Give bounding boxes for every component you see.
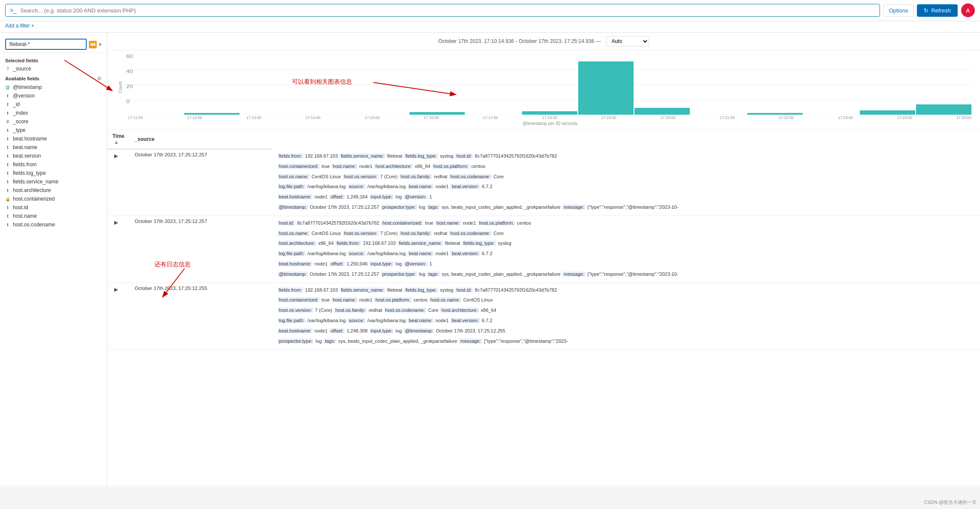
source-line: host.containerized: true host.name: node… [277, 296, 975, 305]
source-field-key: @timestamp: [278, 271, 308, 277]
field-name-label: host.architecture [13, 187, 51, 193]
chart-bar[interactable] [410, 112, 465, 115]
search-input-wrap[interactable]: >_ [5, 4, 880, 17]
table-row: ▶October 17th 2023, 17:25:12.257host.id:… [107, 216, 980, 283]
source-field-key: beat.version: [450, 184, 480, 189]
source-field-key: offset: [329, 261, 345, 266]
source-field-value: true [322, 164, 330, 169]
source-field-value: node1 [315, 328, 328, 333]
source-field-value: log [395, 328, 402, 333]
source-field-value: Core [493, 231, 504, 236]
source-field-value: {"type":"response","@timestamp":"2023-10… [587, 271, 678, 277]
chart-bar[interactable] [916, 104, 971, 115]
chart-x-tick: 17:18:00 [542, 116, 557, 120]
available-field-item[interactable]: tfields.service_name [0, 177, 107, 186]
refresh-button[interactable]: ↻ Refresh [917, 4, 958, 17]
time-cell: October 17th 2023, 17:25:12.257 [130, 216, 272, 283]
selected-fields-list: ?_source [0, 64, 107, 73]
add-filter-button[interactable]: Add a filter + [5, 23, 34, 29]
available-field-item[interactable]: thost.os.codename [0, 220, 107, 229]
chart-x-tick: 17:14:00 [306, 116, 321, 120]
available-field-item[interactable]: tfields.log_type [0, 169, 107, 177]
available-field-item[interactable]: tbeat.version [0, 152, 107, 160]
source-field-value: 192.168.67.103 [363, 241, 395, 246]
source-column-header[interactable]: _source [130, 130, 272, 149]
chart-bar[interactable] [522, 111, 577, 115]
chart-x-tick: 17:16:00 [424, 116, 439, 120]
source-field-key: host.os.name: [278, 174, 310, 179]
available-field-item[interactable]: thost.id [0, 203, 107, 212]
field-type-icon: t [5, 180, 10, 184]
source-field-key: beat.hostname: [278, 261, 313, 266]
source-field-key: prospector.type: [381, 204, 417, 210]
chart-bar[interactable] [860, 110, 915, 115]
source-field-key: input.type: [370, 261, 394, 266]
expand-button[interactable]: ▶ [112, 152, 120, 160]
time-column-header[interactable]: Time ▲ [107, 130, 130, 149]
source-field-key: host.architecture: [374, 164, 413, 169]
source-field-key: host.architecture: [440, 308, 479, 313]
available-field-item[interactable]: 🔒host.containerized [0, 195, 107, 203]
source-line: host.architecture: x86_64 fields.from: 1… [277, 239, 975, 248]
expand-button[interactable]: ▶ [112, 219, 120, 226]
field-type-icon: t [5, 111, 10, 116]
field-type-icon: t [5, 128, 10, 133]
source-field-key: host.id: [278, 220, 295, 226]
field-type-icon: 🔒 [5, 197, 10, 201]
available-field-item[interactable]: t_id [0, 100, 107, 109]
source-field-value: 7 (Core) [380, 174, 397, 179]
source-field-value: 1 [429, 261, 432, 266]
refresh-icon: ↻ [924, 7, 928, 14]
chart-bar[interactable] [747, 113, 803, 115]
source-line: host.os.name: CentOS Linux host.os.versi… [277, 229, 975, 238]
available-field-item[interactable]: tbeat.name [0, 143, 107, 152]
interval-select[interactable]: Auto 5 seconds 10 seconds 30 seconds 1 m… [606, 36, 649, 46]
source-cell: host.id: 8c7a87770143425792f1620c43d7b78… [272, 216, 980, 283]
chart-bar[interactable] [634, 108, 690, 115]
chart-bar[interactable] [184, 113, 240, 115]
source-field-key: host.containerized: [381, 220, 423, 226]
gear-icon[interactable]: ⚙ [97, 76, 102, 82]
chart-x-tick: 17:21:00 [719, 116, 734, 120]
field-type-icon: t [5, 145, 10, 150]
available-field-item[interactable]: #_score [0, 117, 107, 126]
available-field-item[interactable]: tbeat.hostname [0, 134, 107, 143]
source-field-key: host.os.platform: [478, 220, 515, 226]
source-field-value: true [425, 220, 433, 226]
source-field-key: host.os.codename: [449, 174, 492, 179]
avatar[interactable]: A [961, 3, 975, 17]
selected-field-item[interactable]: ?_source [0, 64, 107, 73]
source-field-key: source: [348, 318, 366, 323]
available-field-item[interactable]: tfields.from [0, 160, 107, 169]
chart-x-tick: 17:24:00 [897, 116, 912, 120]
field-type-icon: t [5, 102, 10, 107]
index-back-button[interactable]: ⏪ [88, 40, 97, 49]
expand-cell: ▶ [107, 216, 130, 283]
available-field-item[interactable]: thost.architecture [0, 186, 107, 195]
available-field-item[interactable]: thost.name [0, 212, 107, 220]
source-field-key: source: [348, 184, 366, 189]
available-field-item[interactable]: t_index [0, 109, 107, 117]
source-field-key: log.file.path: [278, 184, 306, 189]
available-field-item[interactable]: t@version [0, 91, 107, 100]
source-field-value: {"type":"response","@timestamp":"2023- [484, 338, 568, 344]
source-field-value: true [322, 297, 330, 302]
source-field-value: log [419, 204, 425, 210]
options-button[interactable]: Options [883, 4, 914, 17]
field-name-label: host.name [13, 213, 37, 219]
expand-button[interactable]: ▶ [112, 286, 120, 293]
source-field-value: /var/log/kibana.log [307, 318, 346, 323]
search-input[interactable] [20, 7, 875, 14]
source-field-value: node1 [315, 261, 328, 266]
available-field-item[interactable]: t_type [0, 126, 107, 134]
source-field-key: message: [459, 338, 482, 344]
source-field-key: tags: [324, 338, 337, 344]
source-line: @timestamp: October 17th 2023, 17:25:12.… [277, 270, 975, 279]
index-dropdown-button[interactable]: ▾ [99, 41, 102, 48]
source-field-value: syslog [440, 153, 453, 158]
chart-bar[interactable] [578, 61, 634, 115]
available-field-item[interactable]: @@timestamp [0, 83, 107, 91]
source-field-value: node1 [359, 297, 373, 302]
index-pattern-input[interactable] [5, 39, 87, 50]
source-field-value: October 17th 2023, 17:25:12.257 [310, 204, 379, 210]
